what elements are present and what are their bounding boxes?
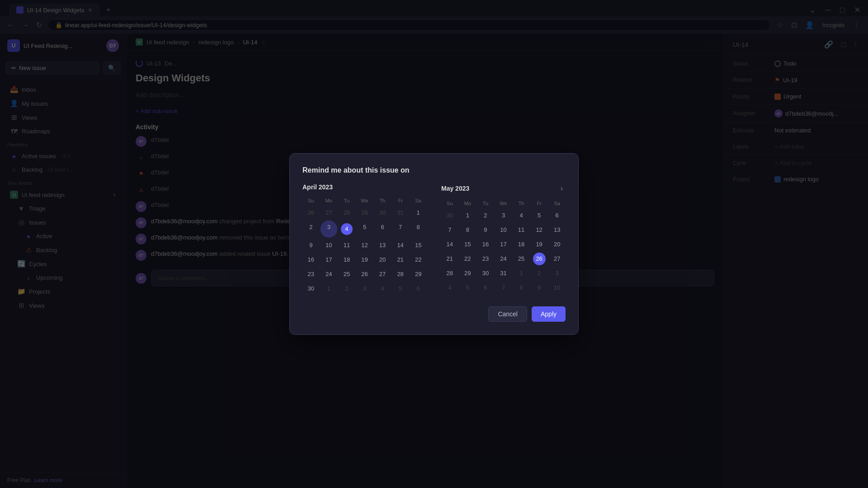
may-day-23[interactable]: 23 (477, 252, 494, 266)
may-day-16[interactable]: 16 (477, 238, 494, 251)
may-month-label: May 2023 (441, 185, 469, 192)
may-day-3[interactable]: 3 (495, 209, 512, 222)
calendar-container: April 2023 Su Mo Tu We Th Fr Sa 26 27 28… (302, 183, 566, 296)
april-day-4-next[interactable]: 4 (374, 282, 391, 296)
may-day-9[interactable]: 9 (477, 223, 494, 237)
april-day-16[interactable]: 16 (302, 253, 320, 267)
april-day-2[interactable]: 2 (302, 221, 320, 238)
may-day-1-next[interactable]: 1 (513, 267, 530, 280)
april-day-31-prev[interactable]: 31 (392, 206, 409, 220)
may-day-11[interactable]: 11 (513, 223, 530, 237)
april-day-26[interactable]: 26 (356, 267, 373, 281)
may-header-we: We (495, 199, 512, 208)
may-day-25[interactable]: 25 (513, 252, 530, 266)
may-day-20[interactable]: 20 (548, 238, 566, 251)
may-day-8[interactable]: 8 (459, 223, 476, 237)
may-day-30[interactable]: 30 (477, 267, 494, 280)
may-day-2[interactable]: 2 (477, 209, 494, 222)
may-calendar: May 2023 › Su Mo Tu We Th Fr Sa 30 1 2 3 (441, 183, 566, 296)
may-day-28[interactable]: 28 (441, 267, 458, 280)
may-day-6-next[interactable]: 6 (477, 281, 494, 295)
april-day-14[interactable]: 14 (392, 239, 409, 252)
may-day-17[interactable]: 17 (495, 238, 512, 251)
april-day-18[interactable]: 18 (338, 253, 355, 267)
april-day-2-next[interactable]: 2 (338, 282, 355, 296)
april-day-21[interactable]: 21 (392, 253, 409, 267)
may-day-6[interactable]: 6 (548, 209, 566, 222)
april-header-mo: Mo (321, 196, 338, 205)
may-day-7[interactable]: 7 (441, 223, 458, 237)
april-day-5[interactable]: 5 (356, 221, 373, 238)
april-day-19[interactable]: 19 (356, 253, 373, 267)
april-day-6-next[interactable]: 6 (410, 282, 427, 296)
may-header-tu: Tu (477, 199, 494, 208)
april-day-7[interactable]: 7 (392, 221, 409, 238)
apply-button[interactable]: Apply (532, 306, 566, 322)
may-day-8-next[interactable]: 8 (513, 281, 530, 295)
may-day-26-selected[interactable]: 26 (533, 253, 546, 265)
april-day-30[interactable]: 30 (302, 282, 320, 296)
april-calendar: April 2023 Su Mo Tu We Th Fr Sa 26 27 28… (302, 183, 427, 296)
modal-overlay[interactable]: Remind me about this issue on April 2023… (0, 0, 868, 488)
april-day-26-prev[interactable]: 26 (302, 206, 320, 220)
cancel-button[interactable]: Cancel (488, 306, 527, 322)
april-day-27-prev[interactable]: 27 (321, 206, 338, 220)
may-day-29[interactable]: 29 (459, 267, 476, 280)
may-day-4-next[interactable]: 4 (441, 281, 458, 295)
may-day-13[interactable]: 13 (548, 223, 566, 237)
april-day-13[interactable]: 13 (374, 239, 391, 252)
april-day-27[interactable]: 27 (374, 267, 391, 281)
may-day-5-next[interactable]: 5 (459, 281, 476, 295)
april-day-1-next[interactable]: 1 (321, 282, 338, 296)
may-day-14[interactable]: 14 (441, 238, 458, 251)
april-day-11[interactable]: 11 (338, 239, 355, 252)
may-day-12[interactable]: 12 (531, 223, 548, 237)
april-day-29[interactable]: 29 (410, 267, 427, 281)
april-day-17[interactable]: 17 (321, 253, 338, 267)
april-day-3[interactable]: 3 (321, 221, 338, 238)
april-day-9[interactable]: 9 (302, 239, 320, 252)
april-day-29-prev[interactable]: 29 (356, 206, 373, 220)
april-day-8[interactable]: 8 (410, 221, 427, 238)
april-day-30-prev[interactable]: 30 (374, 206, 391, 220)
may-day-1[interactable]: 1 (459, 209, 476, 222)
may-header-su: Su (441, 199, 458, 208)
may-day-9-next[interactable]: 9 (531, 281, 548, 295)
may-header-sa: Sa (548, 199, 566, 208)
april-calendar-header: April 2023 (302, 183, 427, 191)
april-day-22[interactable]: 22 (410, 253, 427, 267)
april-header-su: Su (302, 196, 320, 205)
april-day-4-today[interactable]: 4 (338, 221, 355, 238)
may-day-19[interactable]: 19 (531, 238, 548, 251)
april-day-28[interactable]: 28 (392, 267, 409, 281)
april-day-23[interactable]: 23 (302, 267, 320, 281)
may-day-30-prev[interactable]: 30 (441, 209, 458, 222)
may-day-2-next[interactable]: 2 (531, 267, 548, 280)
may-day-10-next[interactable]: 10 (548, 281, 566, 295)
may-day-4[interactable]: 4 (513, 209, 530, 222)
april-day-12[interactable]: 12 (356, 239, 373, 252)
april-day-3-next[interactable]: 3 (356, 282, 373, 296)
may-day-15[interactable]: 15 (459, 238, 476, 251)
may-day-5[interactable]: 5 (531, 209, 548, 222)
may-day-3-next[interactable]: 3 (548, 267, 566, 280)
may-day-18[interactable]: 18 (513, 238, 530, 251)
april-day-15[interactable]: 15 (410, 239, 427, 252)
next-month-button[interactable]: › (558, 183, 566, 193)
modal-actions: Cancel Apply (302, 306, 566, 322)
may-day-27[interactable]: 27 (548, 252, 566, 266)
may-day-31[interactable]: 31 (495, 267, 512, 280)
april-day-10[interactable]: 10 (321, 239, 338, 252)
may-day-7-next[interactable]: 7 (495, 281, 512, 295)
april-day-1[interactable]: 1 (410, 206, 427, 220)
april-day-5-next[interactable]: 5 (392, 282, 409, 296)
april-day-20[interactable]: 20 (374, 253, 391, 267)
april-day-6[interactable]: 6 (374, 221, 391, 238)
may-day-21[interactable]: 21 (441, 252, 458, 266)
april-day-28-prev[interactable]: 28 (338, 206, 355, 220)
may-day-24[interactable]: 24 (495, 252, 512, 266)
april-day-25[interactable]: 25 (338, 267, 355, 281)
april-day-24[interactable]: 24 (321, 267, 338, 281)
may-day-10[interactable]: 10 (495, 223, 512, 237)
may-day-22[interactable]: 22 (459, 252, 476, 266)
